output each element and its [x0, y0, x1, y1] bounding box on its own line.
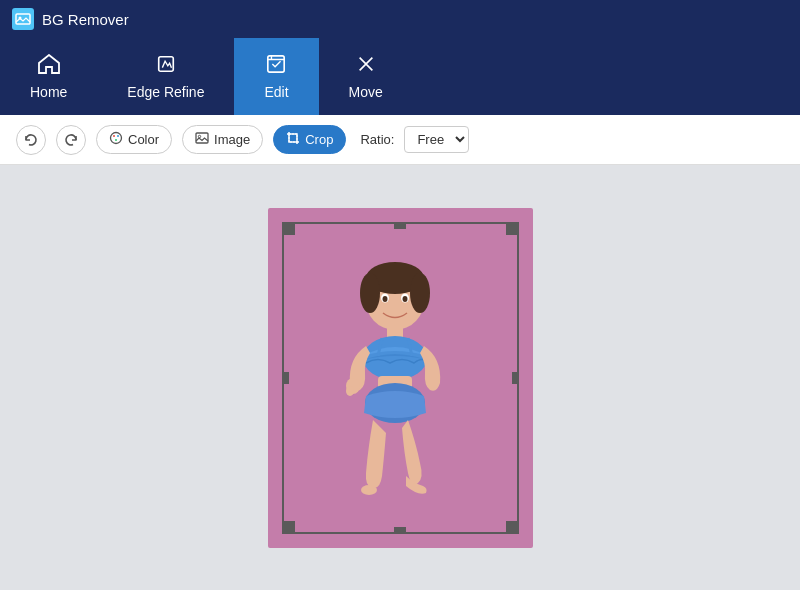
- svg-point-29: [361, 485, 377, 495]
- crop-icon: [286, 131, 300, 148]
- tab-edit[interactable]: Edit: [234, 38, 318, 115]
- home-icon: [38, 54, 60, 79]
- crop-container: [268, 208, 533, 548]
- edge-refine-icon: [155, 54, 177, 79]
- color-label: Color: [128, 132, 159, 147]
- top-bar: BG Remover Home Edge Refine: [0, 0, 800, 115]
- svg-point-16: [410, 273, 430, 313]
- tab-move-label: Move: [349, 84, 383, 100]
- tab-edge-refine[interactable]: Edge Refine: [97, 38, 234, 115]
- edit-icon: [265, 54, 287, 79]
- svg-point-9: [198, 135, 200, 137]
- image-icon: [195, 131, 209, 148]
- app-title-row: BG Remover: [0, 0, 800, 38]
- color-icon: [109, 131, 123, 148]
- color-button[interactable]: Color: [96, 125, 172, 154]
- crop-handle-left[interactable]: [283, 372, 289, 384]
- app-icon: [12, 8, 34, 30]
- svg-point-19: [382, 296, 387, 302]
- toolbar: Color Image Crop Ratio: Free 1:1 4:3 16:…: [0, 115, 800, 165]
- svg-point-22: [363, 336, 427, 380]
- tab-edit-label: Edit: [264, 84, 288, 100]
- svg-point-6: [117, 135, 119, 137]
- svg-point-20: [402, 296, 407, 302]
- child-figure: [298, 238, 493, 533]
- svg-point-28: [346, 386, 354, 396]
- crop-handle-right[interactable]: [512, 372, 518, 384]
- crop-corner-br[interactable]: [506, 521, 518, 533]
- svg-rect-10: [289, 134, 297, 142]
- app-title: BG Remover: [42, 11, 129, 28]
- tab-edge-refine-label: Edge Refine: [127, 84, 204, 100]
- tab-move[interactable]: Move: [319, 38, 413, 115]
- crop-corner-tr[interactable]: [506, 223, 518, 235]
- svg-point-4: [111, 133, 122, 144]
- svg-point-5: [113, 135, 115, 137]
- crop-label: Crop: [305, 132, 333, 147]
- svg-rect-3: [268, 55, 284, 71]
- svg-point-7: [115, 139, 117, 141]
- svg-rect-8: [196, 133, 208, 143]
- image-button[interactable]: Image: [182, 125, 263, 154]
- ratio-select[interactable]: Free 1:1 4:3 16:9: [404, 126, 469, 153]
- canvas-area: [0, 165, 800, 590]
- move-icon: [355, 54, 377, 79]
- undo-button[interactable]: [16, 125, 46, 155]
- crop-corner-tl[interactable]: [283, 223, 295, 235]
- crop-corner-bl[interactable]: [283, 521, 295, 533]
- svg-point-15: [360, 273, 380, 313]
- crop-button[interactable]: Crop: [273, 125, 346, 154]
- ratio-label: Ratio:: [360, 132, 394, 147]
- redo-button[interactable]: [56, 125, 86, 155]
- tab-home[interactable]: Home: [0, 38, 97, 115]
- svg-rect-0: [16, 14, 30, 24]
- image-background: [268, 208, 533, 548]
- crop-handle-top[interactable]: [394, 223, 406, 229]
- tab-home-label: Home: [30, 84, 67, 100]
- image-label: Image: [214, 132, 250, 147]
- nav-tabs: Home Edge Refine Edit: [0, 38, 800, 115]
